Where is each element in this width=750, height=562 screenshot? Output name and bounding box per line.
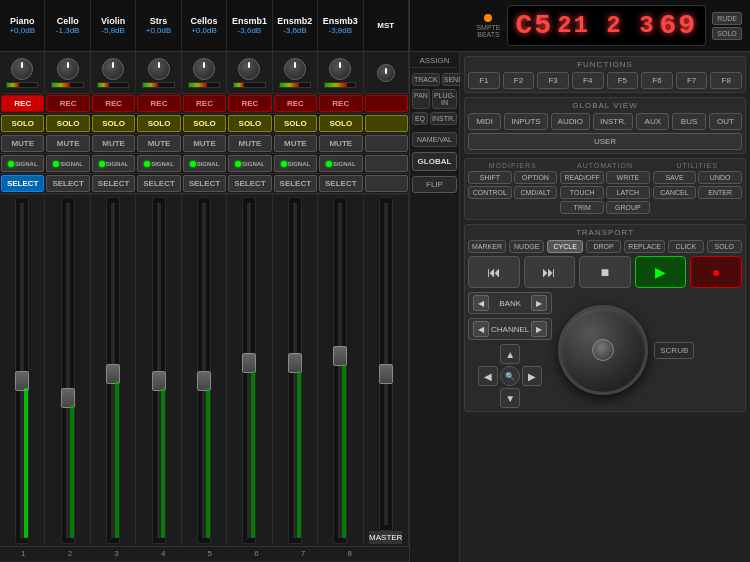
btn-read-off[interactable]: READ/OFF: [560, 171, 604, 184]
global-view-btn-out[interactable]: OUT: [709, 113, 742, 130]
assign-plugin-btn[interactable]: PLUG-IN: [432, 89, 457, 109]
solo-btn-2[interactable]: SOLO: [46, 115, 89, 132]
solo-btn-3[interactable]: SOLO: [92, 115, 135, 132]
knob-6[interactable]: [238, 58, 260, 80]
rec-btn-master[interactable]: [365, 95, 408, 112]
select-btn-6[interactable]: SELECT: [228, 175, 271, 192]
knob-5[interactable]: [193, 58, 215, 80]
solo-display-button[interactable]: SOLO: [712, 27, 742, 40]
function-btn-f3[interactable]: F3: [537, 72, 569, 89]
btn-touch[interactable]: TOUCH: [560, 186, 604, 199]
mute-btn-5[interactable]: MUTE: [183, 135, 226, 152]
select-btn-7[interactable]: SELECT: [274, 175, 317, 192]
mute-btn-7[interactable]: MUTE: [274, 135, 317, 152]
record-button[interactable]: ●: [690, 256, 742, 288]
solo-btn-5[interactable]: SOLO: [183, 115, 226, 132]
assign-pan-btn[interactable]: PAN: [412, 89, 430, 109]
knob-7[interactable]: [284, 58, 306, 80]
knob-1[interactable]: [11, 58, 33, 80]
btn-save[interactable]: SAVE: [653, 171, 697, 184]
mute-btn-6[interactable]: MUTE: [228, 135, 271, 152]
knob-4[interactable]: [148, 58, 170, 80]
btn-shift[interactable]: SHIFT: [468, 171, 512, 184]
select-btn-3[interactable]: SELECT: [92, 175, 135, 192]
btn-latch[interactable]: LATCH: [606, 186, 650, 199]
btn-cmd-alt[interactable]: CMD/ALT: [514, 186, 558, 199]
transport-drop-button[interactable]: DROP: [586, 240, 621, 253]
btn-undo[interactable]: UNDO: [698, 171, 742, 184]
mute-btn-3[interactable]: MUTE: [92, 135, 135, 152]
bank-left-button[interactable]: ◀: [473, 295, 489, 311]
global-view-btn-instr[interactable]: INSTR.: [593, 113, 633, 130]
global-view-btn-audio[interactable]: AUDIO: [551, 113, 590, 130]
knob-master[interactable]: [377, 64, 395, 82]
assign-instr-btn[interactable]: INSTR.: [430, 112, 457, 125]
rec-btn-7[interactable]: REC: [274, 95, 317, 112]
flip-button[interactable]: FLIP: [412, 176, 457, 193]
knob-8[interactable]: [329, 58, 351, 80]
mute-btn-2[interactable]: MUTE: [46, 135, 89, 152]
btn-trim[interactable]: TRIM: [560, 201, 604, 214]
mute-btn-4[interactable]: MUTE: [137, 135, 180, 152]
solo-btn-6[interactable]: SOLO: [228, 115, 271, 132]
rec-btn-4[interactable]: REC: [137, 95, 180, 112]
global-view-btn-inputs[interactable]: INPUTS: [504, 113, 547, 130]
transport-replace-button[interactable]: REPLACE: [624, 240, 665, 253]
name-val-button[interactable]: NAME/VAL: [412, 132, 457, 147]
mute-btn-1[interactable]: MUTE: [1, 135, 44, 152]
global-view-btn-user[interactable]: USER: [468, 133, 742, 150]
bank-right-button[interactable]: ▶: [531, 295, 547, 311]
select-btn-2[interactable]: SELECT: [46, 175, 89, 192]
function-btn-f2[interactable]: F2: [503, 72, 535, 89]
global-view-btn-aux[interactable]: AUX: [636, 113, 669, 130]
select-btn-4[interactable]: SELECT: [137, 175, 180, 192]
scrub-button[interactable]: SCRUB: [654, 342, 694, 359]
rec-btn-6[interactable]: REC: [228, 95, 271, 112]
channel-right-button[interactable]: ▶: [531, 321, 547, 337]
solo-btn-4[interactable]: SOLO: [137, 115, 180, 132]
rec-btn-2[interactable]: REC: [46, 95, 89, 112]
select-btn-1[interactable]: SELECT: [1, 175, 44, 192]
assign-track-btn[interactable]: TRACK: [412, 73, 440, 86]
btn-enter[interactable]: ENTER: [698, 186, 742, 199]
nav-left-button[interactable]: ◀: [478, 366, 498, 386]
transport-nudge-button[interactable]: NUDGE: [509, 240, 544, 253]
transport-marker-button[interactable]: MARKER: [468, 240, 506, 253]
btn-write[interactable]: WRITE: [606, 171, 650, 184]
function-btn-f4[interactable]: F4: [572, 72, 604, 89]
nav-right-button[interactable]: ▶: [522, 366, 542, 386]
knob-3[interactable]: [102, 58, 124, 80]
function-btn-f5[interactable]: F5: [607, 72, 639, 89]
knob-2[interactable]: [57, 58, 79, 80]
play-button[interactable]: ▶: [635, 256, 687, 288]
function-btn-f6[interactable]: F6: [641, 72, 673, 89]
select-btn-5[interactable]: SELECT: [183, 175, 226, 192]
function-btn-f1[interactable]: F1: [468, 72, 500, 89]
nav-center-button[interactable]: 🔍: [500, 366, 520, 386]
stop-button[interactable]: ■: [579, 256, 631, 288]
rec-btn-8[interactable]: REC: [319, 95, 362, 112]
fader-thumb-master[interactable]: [379, 364, 393, 384]
rewind-button[interactable]: ⏮: [468, 256, 520, 288]
select-btn-8[interactable]: SELECT: [319, 175, 362, 192]
channel-left-button[interactable]: ◀: [473, 321, 489, 337]
mute-btn-8[interactable]: MUTE: [319, 135, 362, 152]
nav-up-button[interactable]: ▲: [500, 344, 520, 364]
btn-cancel[interactable]: CANCEL: [653, 186, 697, 199]
rude-button[interactable]: RUDE: [712, 12, 742, 25]
btn-group[interactable]: GROUP: [606, 201, 650, 214]
global-view-btn-bus[interactable]: BUS: [672, 113, 705, 130]
rec-btn-5[interactable]: REC: [183, 95, 226, 112]
btn-option[interactable]: OPTION: [514, 171, 558, 184]
nav-down-button[interactable]: ▼: [500, 388, 520, 408]
btn-control[interactable]: CONTROL: [468, 186, 512, 199]
fast-forward-button[interactable]: ⏭: [524, 256, 576, 288]
global-button[interactable]: GLOBAL: [412, 152, 457, 171]
rec-btn-3[interactable]: REC: [92, 95, 135, 112]
solo-btn-8[interactable]: SOLO: [319, 115, 362, 132]
transport-cycle-button[interactable]: CYCLE: [547, 240, 582, 253]
jog-wheel[interactable]: [558, 305, 648, 395]
function-btn-f7[interactable]: F7: [676, 72, 708, 89]
transport-click-button[interactable]: CLICK: [668, 240, 703, 253]
solo-btn-7[interactable]: SOLO: [274, 115, 317, 132]
